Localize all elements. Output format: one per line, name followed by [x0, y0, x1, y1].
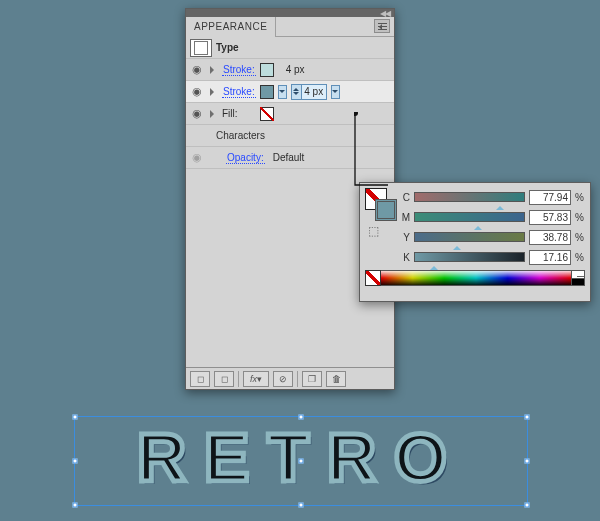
stroke-active-swatch[interactable]	[375, 199, 397, 221]
none-color-icon[interactable]	[365, 270, 381, 286]
yellow-label: Y	[400, 232, 410, 243]
clear-appearance-button[interactable]: ⊘	[273, 371, 293, 387]
stroke1-row[interactable]: ◉ Stroke: 4 px	[186, 59, 394, 81]
divider	[238, 371, 239, 387]
visibility-icon[interactable]: ◉	[190, 63, 204, 77]
stroke1-swatch[interactable]	[260, 63, 274, 77]
black-label: K	[400, 252, 410, 263]
out-of-gamut-icon[interactable]: ⬚	[365, 224, 381, 238]
magenta-label: M	[400, 212, 410, 223]
opacity-value: Default	[273, 152, 305, 163]
stroke2-weight-stepper[interactable]: 4 px	[291, 84, 327, 100]
panel-titlebar[interactable]: ◀◀	[186, 9, 394, 17]
pct-label: %	[575, 192, 585, 203]
panel-tab-row: APPEARANCE	[186, 17, 394, 37]
visibility-icon[interactable]: ◉	[190, 151, 204, 165]
disclosure-icon[interactable]	[210, 88, 218, 96]
handle-se[interactable]	[525, 503, 530, 508]
black-slider[interactable]	[414, 252, 525, 262]
type-thumb	[190, 39, 212, 57]
magenta-slider[interactable]	[414, 212, 525, 222]
stroke2-swatch[interactable]	[260, 85, 274, 99]
handle-ne[interactable]	[525, 415, 530, 420]
cyan-slider[interactable]	[414, 192, 525, 202]
picker-swatches: ⬚	[365, 188, 400, 265]
stroke1-value: 4 px	[286, 64, 305, 75]
divider	[297, 371, 298, 387]
magenta-row: M 57.83 %	[400, 209, 585, 225]
cyan-row: C 77.94 %	[400, 189, 585, 205]
type-label: Type	[216, 42, 239, 53]
black-row: K 17.16 %	[400, 249, 585, 265]
characters-label: Characters	[216, 130, 265, 141]
handle-w[interactable]	[73, 459, 78, 464]
panel-flyout-menu[interactable]	[374, 19, 390, 33]
pct-label: %	[575, 232, 585, 243]
cmyk-sliders: C 77.94 % M 57.83 % Y 38.78 % K 17.16	[400, 188, 585, 265]
fill-swatch-none[interactable]	[260, 107, 274, 121]
stroke2-swatch-dropdown[interactable]	[278, 85, 287, 99]
new-fill-button[interactable]: ◻	[214, 371, 234, 387]
stroke2-weight-dropdown[interactable]	[331, 85, 340, 99]
pct-label: %	[575, 252, 585, 263]
fill-label: Fill:	[222, 108, 238, 119]
disclosure-icon[interactable]	[210, 66, 218, 74]
trash-button[interactable]: 🗑	[326, 371, 346, 387]
yellow-slider[interactable]	[414, 232, 525, 242]
yellow-row: Y 38.78 %	[400, 229, 585, 245]
handle-s[interactable]	[299, 503, 304, 508]
stroke2-link[interactable]: Stroke:	[222, 86, 256, 98]
visibility-icon[interactable]: ◉	[190, 107, 204, 121]
color-picker-panel: ⬚ C 77.94 % M 57.83 % Y 38.78 % K	[359, 182, 591, 302]
pointer-line	[354, 112, 388, 186]
magenta-input[interactable]: 57.83	[529, 210, 571, 225]
spectrum-bar[interactable]	[365, 270, 585, 286]
opacity-link[interactable]: Opacity:	[226, 152, 265, 164]
disclosure-icon[interactable]	[210, 110, 218, 118]
handle-sw[interactable]	[73, 503, 78, 508]
handle-e[interactable]	[525, 459, 530, 464]
spectrum-gradient[interactable]	[381, 270, 571, 286]
retro-text[interactable]: RETRO	[80, 418, 522, 496]
stroke2-weight-value[interactable]: 4 px	[302, 86, 326, 97]
visibility-icon[interactable]: ◉	[190, 85, 204, 99]
collapse-icon[interactable]: ◀◀	[380, 10, 390, 17]
picker-flyout-menu[interactable]	[575, 271, 585, 281]
pct-label: %	[575, 212, 585, 223]
fx-button[interactable]: fx▾	[243, 371, 269, 387]
new-stroke-button[interactable]: ◻	[190, 371, 210, 387]
duplicate-button[interactable]: ❐	[302, 371, 322, 387]
stroke1-link[interactable]: Stroke:	[222, 64, 256, 76]
stroke2-row[interactable]: ◉ Stroke: 4 px	[186, 81, 394, 103]
handle-nw[interactable]	[73, 415, 78, 420]
yellow-input[interactable]: 38.78	[529, 230, 571, 245]
svg-point-0	[354, 112, 358, 116]
panel-bottom-toolbar: ◻ ◻ fx▾ ⊘ ❐ 🗑	[186, 367, 394, 389]
appearance-tab[interactable]: APPEARANCE	[186, 17, 276, 37]
cyan-label: C	[400, 192, 410, 203]
type-row[interactable]: Type	[186, 37, 394, 59]
black-input[interactable]: 17.16	[529, 250, 571, 265]
cyan-input[interactable]: 77.94	[529, 190, 571, 205]
